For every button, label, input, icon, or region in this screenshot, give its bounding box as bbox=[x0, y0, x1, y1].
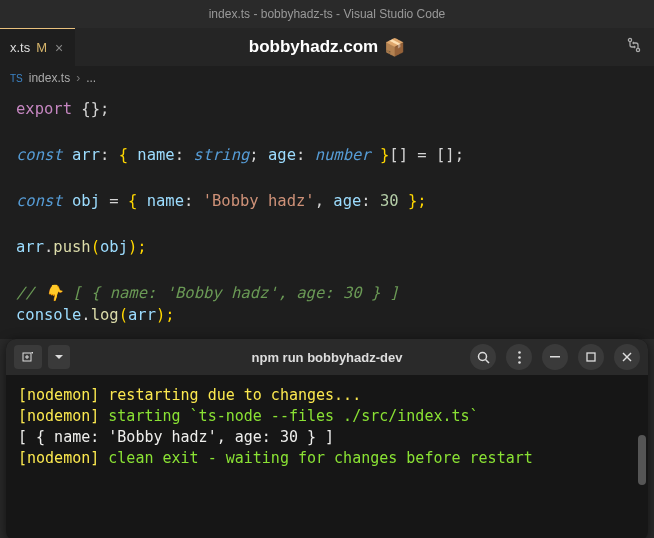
tab-modified-indicator: M bbox=[36, 40, 47, 55]
code-token: , bbox=[315, 192, 334, 210]
code-token: { bbox=[119, 146, 138, 164]
code-token: const bbox=[16, 146, 63, 164]
dropdown-button[interactable] bbox=[48, 345, 70, 369]
code-token: push bbox=[53, 238, 90, 256]
code-editor[interactable]: export {}; const arr: { name: string; ag… bbox=[0, 90, 654, 339]
tab-bar: x.ts M × bobbyhadz.com 📦 bbox=[0, 28, 654, 66]
code-token: ); bbox=[128, 238, 147, 256]
svg-point-5 bbox=[478, 352, 486, 360]
code-token: arr bbox=[63, 146, 100, 164]
code-token: : bbox=[361, 192, 380, 210]
breadcrumb[interactable]: TS index.ts › ... bbox=[0, 66, 654, 90]
svg-point-8 bbox=[518, 356, 521, 359]
code-token: log bbox=[91, 306, 119, 324]
code-token: console bbox=[16, 306, 81, 324]
code-comment: // 👇 [ { name: 'Bobby hadz', age: 30 } ] bbox=[16, 284, 399, 302]
code-token: age bbox=[333, 192, 361, 210]
code-token: : bbox=[175, 146, 194, 164]
code-token: obj bbox=[100, 238, 128, 256]
close-icon[interactable]: × bbox=[53, 40, 65, 56]
code-token: }; bbox=[399, 192, 427, 210]
code-token: [] = []; bbox=[389, 146, 464, 164]
term-line: [ { name: 'Bobby hadz', age: 30 } ] bbox=[18, 428, 334, 446]
code-token: 'Bobby hadz' bbox=[203, 192, 315, 210]
code-token: : bbox=[184, 192, 203, 210]
term-line: `ts-node --files ./src/index.ts` bbox=[190, 407, 479, 425]
scrollbar[interactable] bbox=[638, 435, 646, 485]
code-token: arr bbox=[16, 238, 44, 256]
svg-point-0 bbox=[628, 38, 631, 41]
svg-point-1 bbox=[636, 48, 639, 51]
code-token: . bbox=[44, 238, 53, 256]
svg-line-6 bbox=[485, 359, 489, 363]
close-button[interactable] bbox=[614, 344, 640, 370]
breadcrumb-more: ... bbox=[86, 71, 96, 85]
minimize-button[interactable] bbox=[542, 344, 568, 370]
term-line: [nodemon] restarting due to changes... bbox=[18, 386, 361, 404]
file-tab[interactable]: x.ts M × bbox=[0, 28, 75, 66]
cube-icon: 📦 bbox=[384, 37, 405, 58]
ts-file-icon: TS bbox=[10, 73, 23, 84]
code-token: {}; bbox=[72, 100, 109, 118]
code-token: age bbox=[268, 146, 296, 164]
git-compare-icon[interactable] bbox=[626, 37, 642, 57]
breadcrumb-file: index.ts bbox=[29, 71, 70, 85]
code-token: = bbox=[100, 192, 128, 210]
svg-rect-11 bbox=[587, 353, 595, 361]
code-token: : bbox=[100, 146, 119, 164]
code-token: ; bbox=[249, 146, 268, 164]
term-line: [nodemon] bbox=[18, 449, 99, 467]
svg-point-7 bbox=[518, 351, 521, 354]
svg-rect-10 bbox=[550, 356, 560, 358]
new-tab-button[interactable] bbox=[14, 345, 42, 369]
code-token: const bbox=[16, 192, 63, 210]
code-token: 30 bbox=[380, 192, 399, 210]
terminal-panel: npm run bobbyhadz-dev [nodemon] restarti… bbox=[6, 339, 648, 538]
terminal-title: npm run bobbyhadz-dev bbox=[252, 350, 403, 365]
code-token: arr bbox=[128, 306, 156, 324]
menu-button[interactable] bbox=[506, 344, 532, 370]
code-token: ); bbox=[156, 306, 175, 324]
term-line: clean exit - waiting for changes before … bbox=[99, 449, 532, 467]
search-button[interactable] bbox=[470, 344, 496, 370]
code-token: obj bbox=[63, 192, 100, 210]
code-token: } bbox=[371, 146, 390, 164]
terminal-output[interactable]: [nodemon] restarting due to changes... [… bbox=[6, 375, 648, 538]
code-token: name bbox=[147, 192, 184, 210]
site-name: bobbyhadz.com bbox=[249, 37, 378, 57]
term-line: [nodemon] bbox=[18, 407, 99, 425]
code-token: export bbox=[16, 100, 72, 118]
code-token: number bbox=[315, 146, 371, 164]
code-token: ( bbox=[91, 238, 100, 256]
svg-point-9 bbox=[518, 361, 521, 364]
code-token: ( bbox=[119, 306, 128, 324]
chevron-right-icon: › bbox=[76, 71, 80, 85]
code-token: string bbox=[193, 146, 249, 164]
code-token: name bbox=[137, 146, 174, 164]
term-line: starting bbox=[99, 407, 189, 425]
maximize-button[interactable] bbox=[578, 344, 604, 370]
window-titlebar: index.ts - bobbyhadz-ts - Visual Studio … bbox=[0, 0, 654, 28]
center-header: bobbyhadz.com 📦 bbox=[249, 37, 405, 58]
window-title: index.ts - bobbyhadz-ts - Visual Studio … bbox=[209, 7, 446, 21]
code-token: . bbox=[81, 306, 90, 324]
tab-label: x.ts bbox=[10, 40, 30, 55]
terminal-topbar: npm run bobbyhadz-dev bbox=[6, 339, 648, 375]
code-token: { bbox=[128, 192, 147, 210]
code-token: : bbox=[296, 146, 315, 164]
